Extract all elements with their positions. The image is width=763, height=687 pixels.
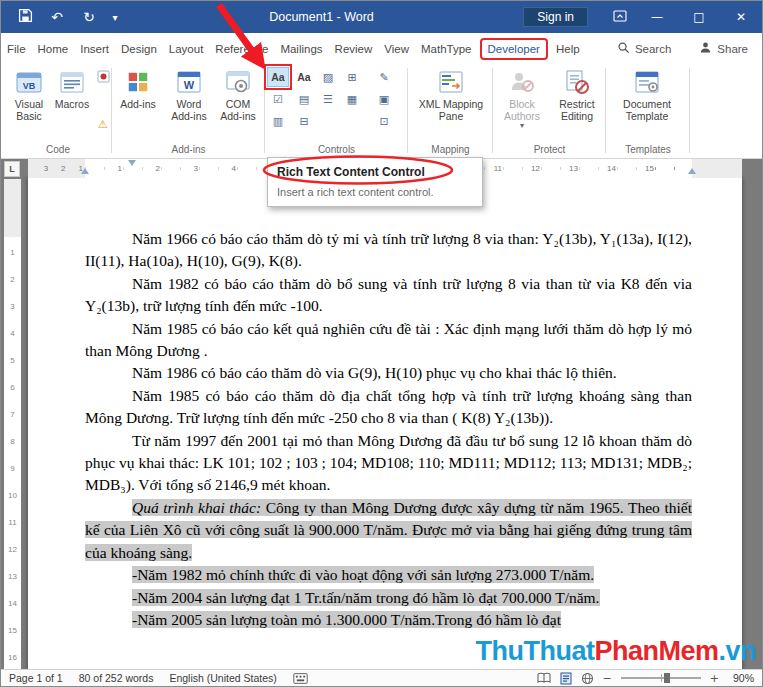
paragraph[interactable]: Năm 1986 có báo cáo thăm dò via G(9), H(… — [85, 362, 692, 384]
block-authors-button[interactable]: Block Authors ▾ — [496, 67, 548, 139]
sign-in-button[interactable]: Sign in — [523, 7, 588, 27]
checkbox-content-control-button[interactable]: ☑ — [267, 89, 289, 109]
macros-label: Macros — [55, 98, 89, 110]
zoom-slider[interactable] — [621, 677, 701, 679]
read-mode-button[interactable] — [537, 672, 551, 684]
tab-review[interactable]: Review — [329, 33, 379, 64]
paragraph-highlighted[interactable]: -Năm 2005 sản lượng toàn mỏ 1.300.000 T/… — [85, 609, 692, 631]
ribbon-display-options-button[interactable] — [604, 1, 636, 33]
tab-mathtype[interactable]: MathType — [415, 33, 478, 64]
repeating-section-content-control-button[interactable]: ▥ — [267, 111, 289, 131]
plain-text-content-control-button[interactable]: Aa — [293, 67, 315, 87]
group-templates: Document Template Templates — [607, 64, 689, 158]
tab-selector[interactable]: L — [4, 161, 20, 177]
zoom-in-button[interactable]: + — [710, 672, 719, 685]
group-label-templates: Templates — [607, 144, 689, 155]
paragraph[interactable]: Năm 1966 có báo cáo thăm dò tỷ mỉ và tín… — [85, 228, 692, 273]
macros-button[interactable]: Macros — [52, 67, 92, 139]
paragraph[interactable]: Năm 1985 có báo cáo kết quả nghiên cứu đ… — [85, 318, 692, 363]
undo-button[interactable]: ↶ — [41, 1, 73, 33]
page-indicator[interactable]: Page 1 of 1 — [9, 672, 63, 684]
ruler-number: 3 — [44, 159, 48, 178]
ruler-number: 3 — [161, 159, 199, 178]
addins-button[interactable]: Add-ins — [116, 67, 160, 139]
word-count[interactable]: 80 of 252 words — [79, 672, 154, 684]
building-block-gallery-button[interactable]: ⊞ — [341, 67, 363, 87]
rich-text-content-control-button[interactable]: Aa — [267, 67, 289, 87]
restrict-editing-button[interactable]: Restrict Editing — [551, 67, 603, 139]
restrict-editing-icon — [563, 69, 591, 95]
maximize-button[interactable]: □ — [678, 1, 720, 33]
tab-layout[interactable]: Layout — [163, 33, 210, 64]
tab-mailings[interactable]: Mailings — [274, 33, 328, 64]
picture-content-control-button[interactable]: ▨ — [317, 67, 339, 87]
ruler-number: 14 — [579, 159, 617, 178]
ruler-number: 2 — [61, 159, 65, 178]
ribbon-developer: VB Visual Basic Macros ⚠ Code Add-ins — [1, 64, 762, 159]
group-controls-button[interactable]: ⊡ — [367, 111, 401, 131]
tab-insert[interactable]: Insert — [74, 33, 115, 64]
ruler-number: 3 — [4, 293, 21, 320]
print-layout-button[interactable] — [560, 672, 572, 685]
tab-developer[interactable]: Developer — [480, 38, 548, 60]
ruler-number: 11 — [4, 509, 21, 536]
language-indicator[interactable]: English (United States) — [169, 672, 276, 684]
minimize-button[interactable]: — — [636, 1, 678, 33]
right-indent-marker[interactable] — [688, 168, 696, 174]
document-page[interactable]: Năm 1966 có báo cáo thăm dò tỷ mỉ và tín… — [28, 178, 742, 671]
customize-qat-button[interactable]: ▾ — [105, 1, 125, 33]
person-icon — [699, 41, 712, 56]
hanging-indent-marker[interactable] — [81, 168, 89, 174]
ruler-number: 5 — [4, 347, 21, 374]
paragraph[interactable]: Năm 1985 có báo cáo thăm dò địa chất tổn… — [85, 385, 692, 430]
tab-reference[interactable]: Reference — [209, 33, 274, 64]
ruler-number: 10 — [4, 482, 21, 509]
ruler-number: 15 — [4, 617, 21, 644]
dropdown-list-content-control-button[interactable]: ☰ — [317, 89, 339, 109]
zoom-slider-thumb[interactable] — [664, 673, 670, 683]
document-template-button[interactable]: Document Template — [612, 67, 682, 139]
group-mapping: XML Mapping Pane Mapping — [409, 64, 492, 158]
record-macro-button[interactable] — [94, 70, 112, 86]
group-divider — [264, 68, 265, 153]
paragraph-highlighted[interactable]: -Năm 1982 mỏ chính thức đi vào hoạt động… — [85, 564, 692, 586]
search-button[interactable]: Search — [617, 41, 671, 56]
vertical-ruler[interactable]: 12345678910111213141516 — [4, 179, 21, 671]
title-bar: ↶ ↻ ▾ Document1 - Word Sign in — □ ✕ — [1, 1, 762, 33]
share-button[interactable]: Share — [699, 41, 762, 56]
paragraph-highlighted[interactable]: Quá trình khai thác: Công ty than Mông D… — [85, 497, 692, 564]
tab-help[interactable]: Help — [550, 33, 586, 64]
redo-button[interactable]: ↻ — [73, 1, 105, 33]
zoom-out-button[interactable]: − — [603, 672, 612, 685]
tab-design[interactable]: Design — [115, 33, 163, 64]
macros-icon — [58, 69, 86, 95]
tab-file[interactable]: File — [1, 33, 32, 64]
combo-box-content-control-button[interactable]: ▤ — [293, 89, 315, 109]
visual-basic-button[interactable]: VB Visual Basic — [7, 67, 51, 139]
zoom-level[interactable]: 90% — [728, 672, 754, 684]
design-mode-button[interactable]: ✎ — [367, 67, 401, 87]
word-addins-icon: W — [175, 69, 203, 95]
paragraph-highlighted[interactable]: -Năm 2004 sản lượng đạt 1 Tr.tấn/năm tro… — [85, 587, 692, 609]
ruler-number: 16 — [4, 644, 21, 671]
paragraph[interactable]: Từ năm 1997 đến 2001 tại mỏ than Mông Dư… — [85, 430, 692, 497]
tab-view[interactable]: View — [378, 33, 415, 64]
web-layout-button[interactable] — [581, 672, 594, 685]
ruler-number: 12 — [4, 536, 21, 563]
group-code: VB Visual Basic Macros ⚠ Code — [5, 64, 111, 158]
properties-button[interactable]: ▣ — [367, 89, 401, 109]
close-button[interactable]: ✕ — [720, 1, 762, 33]
paragraph[interactable]: Năm 1982 có báo cáo thăm dò bổ sung và t… — [85, 273, 692, 318]
date-picker-content-control-button[interactable]: ▦ — [341, 89, 363, 109]
xml-mapping-pane-button[interactable]: XML Mapping Pane — [414, 67, 488, 139]
word-addins-button[interactable]: W Word Add-ins — [165, 67, 213, 139]
com-addins-button[interactable]: COM Add-ins — [215, 67, 261, 139]
save-button[interactable] — [9, 1, 41, 33]
group-label-controls: Controls — [266, 144, 407, 155]
ruler-right-margin — [692, 159, 742, 178]
tab-home[interactable]: Home — [32, 33, 75, 64]
tooltip-description: Insert a rich text content control. — [277, 186, 473, 198]
legacy-tools-button[interactable]: ⊟ — [293, 111, 315, 131]
first-line-indent-marker[interactable] — [128, 160, 136, 166]
macro-security-button[interactable]: ⚠ — [94, 116, 112, 132]
